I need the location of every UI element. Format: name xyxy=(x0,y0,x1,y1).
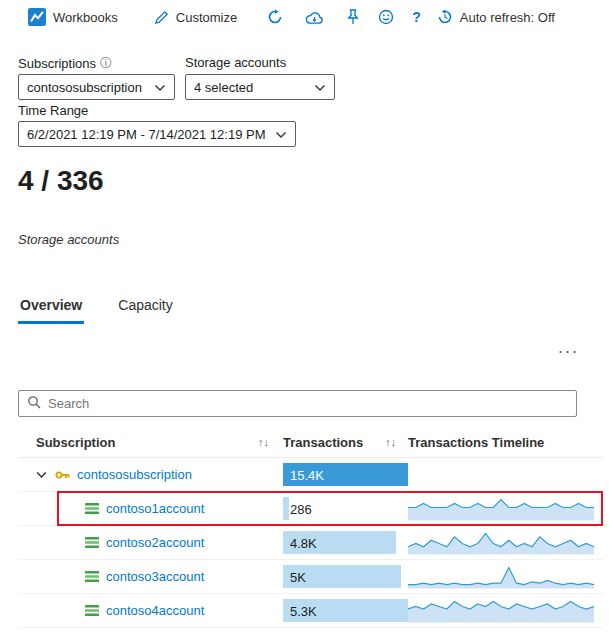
workbook-window: Workbooks Customize xyxy=(0,0,609,638)
pin-icon xyxy=(346,9,360,25)
storage-accounts-label-text: Storage accounts xyxy=(185,55,286,70)
timeline-cell xyxy=(408,497,604,521)
timeline-cell xyxy=(408,565,604,589)
account-cell: contoso2account xyxy=(18,535,283,550)
subscriptions-dropdown[interactable]: contososubscription xyxy=(18,74,175,100)
chevron-down-icon xyxy=(154,80,166,95)
time-range-dropdown[interactable]: 6/2/2021 12:19 PM - 7/14/2021 12:19 PM xyxy=(18,121,296,147)
subscriptions-dropdown-value: contososubscription xyxy=(27,80,142,95)
transactions-sparkline xyxy=(408,531,594,555)
column-header-transactions-timeline: Transactions Timeline xyxy=(408,435,604,450)
more-options-button[interactable]: ... xyxy=(558,338,579,356)
pencil-icon xyxy=(154,10,169,25)
storage-account-icon xyxy=(85,571,99,582)
collapse-chevron-icon[interactable] xyxy=(36,471,47,479)
auto-refresh-button[interactable]: Auto refresh: Off xyxy=(437,9,555,25)
transactions-cell: 5.3K xyxy=(283,594,408,627)
account-link[interactable]: contoso2account xyxy=(106,535,204,550)
refresh-icon xyxy=(267,9,283,25)
storage-account-icon xyxy=(85,503,99,514)
chevron-down-icon xyxy=(275,127,287,142)
transactions-cell: 4.8K xyxy=(283,526,408,559)
column-label: Subscription xyxy=(36,435,115,450)
customize-label: Customize xyxy=(176,10,237,25)
tab-bar: Overview Capacity xyxy=(18,293,175,324)
search-box xyxy=(18,390,577,417)
accounts-count-stat: 4 / 336 xyxy=(18,165,104,197)
time-range-label: Time Range xyxy=(18,103,88,118)
clock-refresh-icon xyxy=(437,9,453,25)
subscription-cell: contososubscription xyxy=(18,467,283,482)
search-input[interactable] xyxy=(48,396,568,411)
account-cell: contoso1account xyxy=(18,501,283,516)
subscription-link[interactable]: contososubscription xyxy=(77,467,192,482)
storage-accounts-label: Storage accounts xyxy=(185,55,286,70)
account-link[interactable]: contoso3account xyxy=(106,569,204,584)
transactions-cell: 15.4K xyxy=(283,458,408,491)
time-range-label-text: Time Range xyxy=(18,103,88,118)
subscriptions-label-text: Subscriptions xyxy=(18,56,96,71)
workbooks-breadcrumb[interactable]: Workbooks xyxy=(28,8,118,26)
transactions-cell: 5K xyxy=(283,560,408,593)
help-button[interactable]: ? xyxy=(412,9,421,25)
column-label: Transactions xyxy=(283,435,363,450)
search-icon xyxy=(27,395,41,413)
command-bar: Workbooks Customize xyxy=(0,0,609,34)
account-cell: contoso3account xyxy=(18,569,283,584)
accounts-count-caption: Storage accounts xyxy=(18,232,119,247)
column-header-subscription[interactable]: Subscription ↑↓ xyxy=(18,435,283,450)
workbooks-label: Workbooks xyxy=(53,10,118,25)
account-cell: contoso4account xyxy=(18,603,283,618)
sort-icon[interactable]: ↑↓ xyxy=(258,436,269,448)
table-row-account: contoso1account 286 xyxy=(18,492,604,526)
feedback-button[interactable] xyxy=(378,9,394,25)
table-row-account: contoso2account 4.8K xyxy=(18,526,604,560)
open-button[interactable] xyxy=(305,10,324,25)
time-range-dropdown-value: 6/2/2021 12:19 PM - 7/14/2021 12:19 PM xyxy=(27,127,266,142)
customize-button[interactable]: Customize xyxy=(154,10,237,25)
chevron-down-icon xyxy=(314,80,326,95)
transactions-sparkline xyxy=(408,599,594,623)
storage-accounts-dropdown[interactable]: 4 selected xyxy=(185,74,335,100)
timeline-cell xyxy=(408,599,604,623)
transactions-sparkline xyxy=(408,565,594,589)
sort-icon[interactable]: ↑↓ xyxy=(385,436,396,448)
table-row-account: contoso4account 5.3K xyxy=(18,594,604,628)
refresh-button[interactable] xyxy=(267,9,283,25)
pin-button[interactable] xyxy=(346,9,360,25)
info-icon[interactable]: ⓘ xyxy=(100,55,112,72)
cloud-download-icon xyxy=(305,10,324,25)
accounts-grid: Subscription ↑↓ Transactions ↑↓ Transact… xyxy=(18,427,604,628)
transactions-value: 5K xyxy=(290,569,306,584)
storage-account-icon xyxy=(85,537,99,548)
grid-header: Subscription ↑↓ Transactions ↑↓ Transact… xyxy=(18,427,604,458)
timeline-cell xyxy=(408,531,604,555)
subscriptions-label: Subscriptions ⓘ xyxy=(18,55,112,72)
transactions-value: 5.3K xyxy=(290,603,317,618)
storage-accounts-dropdown-value: 4 selected xyxy=(194,80,253,95)
storage-account-icon xyxy=(85,605,99,616)
workbooks-icon xyxy=(28,8,46,26)
help-label: ? xyxy=(412,9,421,25)
transactions-bar xyxy=(283,497,289,520)
account-link[interactable]: contoso1account xyxy=(106,501,204,516)
column-header-transactions[interactable]: Transactions ↑↓ xyxy=(283,435,408,450)
tab-overview[interactable]: Overview xyxy=(18,293,84,324)
table-row-subscription: contososubscription 15.4K xyxy=(18,458,604,492)
transactions-cell: 286 xyxy=(283,492,408,525)
tab-capacity[interactable]: Capacity xyxy=(116,293,174,324)
smiley-icon xyxy=(378,9,394,25)
column-label: Transactions Timeline xyxy=(408,435,544,450)
account-link[interactable]: contoso4account xyxy=(106,603,204,618)
transactions-value: 4.8K xyxy=(290,535,317,550)
key-icon xyxy=(55,469,70,481)
transactions-value: 286 xyxy=(290,501,312,516)
transactions-sparkline xyxy=(408,497,594,521)
transactions-value: 15.4K xyxy=(290,467,324,482)
table-row-account: contoso3account 5K xyxy=(18,560,604,594)
auto-refresh-label: Auto refresh: Off xyxy=(460,10,555,25)
